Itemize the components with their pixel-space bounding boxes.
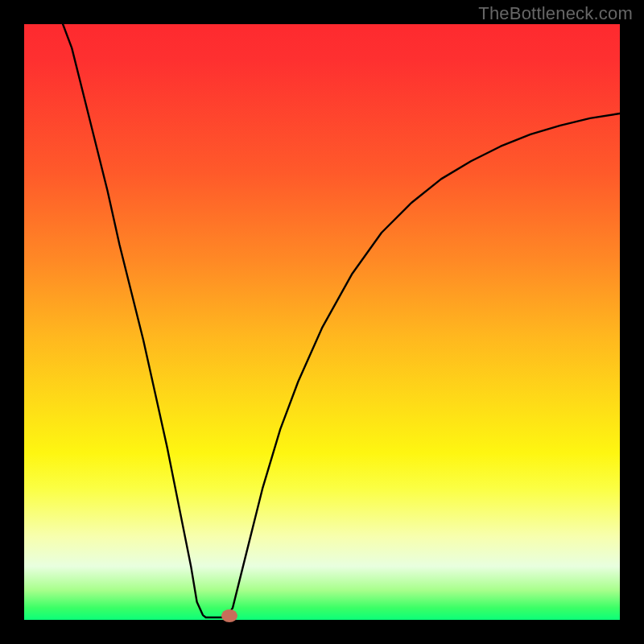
chart-frame: TheBottleneck.com <box>0 0 644 644</box>
watermark-label: TheBottleneck.com <box>478 3 633 24</box>
valley-marker-dot <box>221 609 237 622</box>
curve-path <box>63 24 620 617</box>
bottleneck-curve <box>24 24 620 620</box>
